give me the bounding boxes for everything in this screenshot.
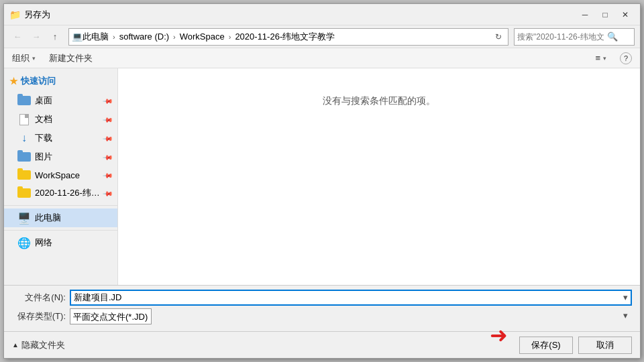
pin-icon-documents: 📌 bbox=[103, 114, 113, 125]
save-dialog: 📁 另存为 ─ □ ✕ ← → ↑ 💻 此电脑 › software (D:) … bbox=[3, 3, 641, 359]
refresh-button[interactable]: ↻ bbox=[492, 30, 505, 44]
back-button[interactable]: ← bbox=[9, 29, 25, 45]
close-button[interactable]: ✕ bbox=[616, 8, 635, 21]
breadcrumb-pc[interactable]: 💻 此电脑 bbox=[72, 31, 109, 43]
desktop-label: 桌面 bbox=[35, 95, 100, 107]
new-folder-label: 新建文件夹 bbox=[49, 52, 93, 64]
file-browser[interactable]: 没有与搜索条件匹配的项。 bbox=[118, 68, 640, 285]
new-folder-button[interactable]: 新建文件夹 bbox=[46, 51, 95, 66]
title-bar: 📁 另存为 ─ □ ✕ bbox=[4, 4, 640, 25]
pin-icon-pictures: 📌 bbox=[103, 152, 113, 162]
quick-access-label: 快速访问 bbox=[21, 75, 56, 87]
help-button[interactable]: ? bbox=[617, 51, 635, 66]
filetype-label: 保存类型(T): bbox=[12, 310, 66, 322]
up-button[interactable]: ↑ bbox=[47, 29, 63, 45]
sep3: › bbox=[229, 33, 231, 41]
filetype-select[interactable]: 平面交点文件(*.JD) bbox=[70, 308, 152, 324]
bottom-panel: 文件名(N): 保存类型(T): 平面交点文件(*.JD) bbox=[4, 285, 640, 331]
address-toolbar: ← → ↑ 💻 此电脑 › software (D:) › WorkSpace … bbox=[4, 25, 640, 48]
sidebar-item-workspace[interactable]: WorkSpace 📌 bbox=[4, 166, 117, 184]
pictures-icon bbox=[17, 152, 31, 162]
title-bar-controls: ─ □ ✕ bbox=[576, 8, 635, 21]
action-toolbar: 组织 ▾ 新建文件夹 ≡ ▾ ? bbox=[4, 48, 640, 68]
main-area: ★ 快速访问 桌面 📌 文档 📌 ↓ 下载 📌 bbox=[4, 68, 640, 285]
footer: ▲ 隐藏文件夹 ➜ 保存(S) 取消 bbox=[4, 331, 640, 358]
filetype-row: 保存类型(T): 平面交点文件(*.JD) bbox=[12, 308, 632, 324]
organize-button[interactable]: 组织 ▾ bbox=[9, 51, 38, 66]
downloads-label: 下载 bbox=[35, 132, 100, 144]
pictures-label: 图片 bbox=[35, 151, 100, 163]
breadcrumb-drive[interactable]: software (D:) bbox=[119, 32, 169, 42]
pin-icon-downloads: 📌 bbox=[103, 133, 113, 143]
breadcrumb-folder[interactable]: 2020-11-26-纬地文字教学 bbox=[235, 31, 335, 43]
dialog-icon: 📁 bbox=[9, 9, 20, 20]
forward-button[interactable]: → bbox=[28, 29, 44, 45]
save-button[interactable]: 保存(S) bbox=[519, 337, 573, 354]
sidebar-item-desktop[interactable]: 桌面 📌 bbox=[4, 91, 117, 110]
filename-row: 文件名(N): bbox=[12, 290, 632, 306]
organize-label: 组织 bbox=[12, 52, 30, 64]
footer-buttons: ➜ 保存(S) 取消 bbox=[519, 337, 632, 354]
downloads-icon: ↓ bbox=[17, 133, 31, 143]
sidebar-item-documents[interactable]: 文档 📌 bbox=[4, 110, 117, 129]
view-arrow: ▾ bbox=[603, 55, 606, 62]
dialog-title: 另存为 bbox=[24, 9, 50, 21]
pin-icon-workspace: 📌 bbox=[103, 170, 113, 180]
date-folder-icon bbox=[17, 188, 31, 198]
sep1: › bbox=[113, 33, 115, 41]
pin-icon-date: 📌 bbox=[103, 188, 113, 198]
search-box[interactable]: 🔍 bbox=[514, 28, 635, 46]
quick-access-section[interactable]: ★ 快速访问 bbox=[4, 71, 117, 91]
sidebar-item-date-folder[interactable]: 2020-11-26-纬… 📌 bbox=[4, 184, 117, 202]
hide-folders-label: 隐藏文件夹 bbox=[21, 339, 65, 351]
star-icon: ★ bbox=[9, 76, 18, 86]
view-icon: ≡ bbox=[595, 53, 600, 63]
hide-folders-toggle[interactable]: ▲ 隐藏文件夹 bbox=[12, 339, 65, 351]
search-icon[interactable]: 🔍 bbox=[607, 32, 618, 42]
title-bar-left: 📁 另存为 bbox=[9, 9, 50, 21]
breadcrumb-pc-label: 此电脑 bbox=[83, 31, 109, 43]
sidebar-divider-2 bbox=[4, 230, 117, 231]
cancel-button[interactable]: 取消 bbox=[578, 337, 632, 354]
sidebar: ★ 快速访问 桌面 📌 文档 📌 ↓ 下载 📌 bbox=[4, 68, 118, 285]
sidebar-item-downloads[interactable]: ↓ 下载 📌 bbox=[4, 129, 117, 147]
sidebar-item-this-pc[interactable]: 🖥️ 此电脑 bbox=[4, 208, 117, 227]
organize-arrow: ▾ bbox=[32, 55, 36, 62]
workspace-icon bbox=[17, 170, 31, 180]
filename-input-wrapper bbox=[70, 290, 632, 306]
help-icon: ? bbox=[620, 52, 632, 64]
arrow-indicator: ➜ bbox=[490, 324, 508, 346]
filetype-select-wrapper: 平面交点文件(*.JD) bbox=[70, 308, 632, 324]
sep2: › bbox=[173, 33, 176, 41]
search-input[interactable] bbox=[517, 32, 604, 42]
documents-label: 文档 bbox=[35, 113, 100, 125]
date-folder-label: 2020-11-26-纬… bbox=[35, 187, 100, 199]
address-bar[interactable]: 💻 此电脑 › software (D:) › WorkSpace › 2020… bbox=[68, 28, 508, 46]
empty-message: 没有与搜索条件匹配的项。 bbox=[323, 95, 435, 107]
pc-icon: 💻 bbox=[72, 32, 83, 42]
sidebar-item-network[interactable]: 🌐 网络 bbox=[4, 233, 117, 252]
documents-icon bbox=[17, 114, 31, 125]
network-icon: 🌐 bbox=[17, 237, 31, 248]
this-pc-label: 此电脑 bbox=[35, 212, 112, 224]
view-button[interactable]: ≡ ▾ bbox=[592, 52, 609, 64]
pin-icon-desktop: 📌 bbox=[103, 95, 113, 106]
sidebar-item-pictures[interactable]: 图片 📌 bbox=[4, 147, 117, 166]
this-pc-icon: 🖥️ bbox=[17, 213, 31, 223]
maximize-button[interactable]: □ bbox=[596, 8, 614, 21]
desktop-icon bbox=[17, 95, 31, 106]
minimize-button[interactable]: ─ bbox=[576, 8, 594, 21]
workspace-label: WorkSpace bbox=[35, 170, 100, 180]
network-label: 网络 bbox=[35, 237, 112, 249]
breadcrumb-workspace[interactable]: WorkSpace bbox=[180, 32, 225, 42]
hide-folders-chevron: ▲ bbox=[12, 341, 19, 349]
filename-input[interactable] bbox=[70, 290, 632, 306]
filename-label: 文件名(N): bbox=[12, 292, 66, 304]
red-arrow-icon: ➜ bbox=[490, 324, 508, 346]
sidebar-divider-1 bbox=[4, 205, 117, 206]
